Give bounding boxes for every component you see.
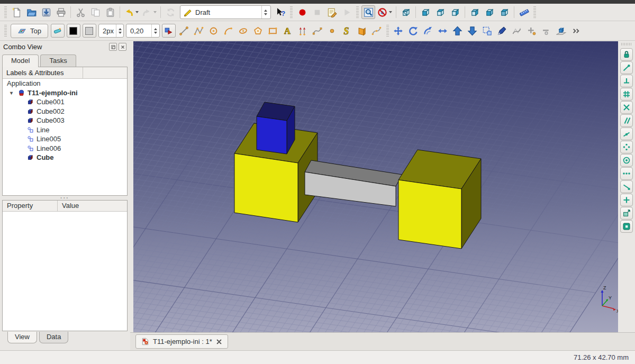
panel-splitter[interactable]: ··· [0, 196, 130, 200]
float-panel-button[interactable] [109, 43, 117, 51]
draft-ellipse-button[interactable] [237, 24, 250, 38]
draft-text-button[interactable] [281, 24, 295, 38]
view-rear-button[interactable] [468, 5, 482, 19]
text-scale-spinbox[interactable]: 0,20 [126, 24, 160, 38]
draft-add-point-button[interactable] [525, 24, 539, 38]
draft-rotate-button[interactable] [406, 24, 420, 38]
workbench-selector[interactable]: Draft [180, 5, 271, 19]
tab-data[interactable]: Data [39, 332, 68, 343]
toolbar-handle[interactable] [356, 6, 359, 18]
tree-item-cube003[interactable]: Cube003 [3, 116, 127, 125]
undo-button[interactable] [123, 5, 140, 19]
toolbar-handle[interactable] [4, 25, 7, 37]
toolbar-handle[interactable] [621, 43, 632, 46]
tree-item-line[interactable]: Line [3, 125, 127, 135]
draft-circle-button[interactable] [207, 24, 221, 38]
snap-endpoint-button[interactable] [620, 61, 633, 74]
draft-upgrade-button[interactable] [451, 24, 465, 38]
view-right-button[interactable] [448, 5, 462, 19]
close-panel-button[interactable] [119, 43, 126, 51]
draft-facebinder-button[interactable] [355, 24, 369, 38]
draft-polygon-button[interactable] [251, 24, 265, 38]
construction-mode-button[interactable] [51, 24, 65, 38]
blue-cube-front-face[interactable] [257, 116, 287, 154]
toggle-grid-button[interactable] [620, 220, 633, 233]
tab-model[interactable]: Model [2, 54, 39, 67]
draft-dimension-button[interactable] [296, 24, 310, 38]
toolbar-handle[interactable] [290, 6, 293, 18]
draft-wire-to-bspline-button[interactable] [510, 24, 524, 38]
draft-scale-button[interactable] [480, 24, 494, 38]
tree-item-line006[interactable]: Line006 [3, 144, 127, 153]
print-button[interactable] [54, 5, 68, 19]
tree-header[interactable]: Labels & Attributes [3, 67, 127, 79]
view-left-button[interactable] [497, 5, 511, 19]
workbench-spinner[interactable] [261, 6, 269, 19]
macro-play-button[interactable] [340, 5, 353, 19]
view-top-button[interactable] [433, 5, 447, 19]
tab-view[interactable]: View [7, 332, 37, 343]
snap-grid-button[interactable] [620, 88, 633, 101]
copy-button[interactable] [88, 5, 102, 19]
record-macro-button[interactable] [295, 5, 309, 19]
tree-item-document[interactable]: ▾ T11-ejemplo-ini [3, 88, 127, 98]
toolbar-handle[interactable] [4, 6, 7, 18]
toolbar-handle[interactable] [386, 25, 389, 37]
snap-extension-button[interactable] [620, 141, 633, 153]
draft-remove-point-button[interactable] [540, 24, 554, 38]
snap-perpendicular-button[interactable] [620, 75, 633, 87]
tree-item-cube[interactable]: Cube [3, 153, 127, 162]
line-color-button[interactable] [67, 24, 80, 38]
draft-edit-button[interactable] [495, 24, 509, 38]
view-axonometric-button[interactable] [399, 5, 413, 19]
left-cube-front-face[interactable] [234, 153, 298, 222]
property-table-header[interactable]: Property Value [3, 201, 127, 212]
view-bottom-button[interactable] [483, 5, 496, 19]
3d-viewport[interactable]: Z Y X [133, 41, 618, 332]
draft-offset-button[interactable] [421, 24, 435, 38]
draft-move-button[interactable] [392, 24, 405, 38]
draft-line-button[interactable] [177, 24, 191, 38]
tree-item-cube001[interactable]: Cube001 [3, 97, 127, 107]
tree-item-application[interactable]: Application [3, 79, 127, 88]
draft-bezier-button[interactable] [370, 24, 384, 38]
draft-to-sketch-button[interactable] [555, 24, 568, 38]
new-file-button[interactable] [10, 5, 23, 19]
document-tab[interactable]: T11-ejemplo-ini : 1* [135, 334, 228, 349]
whats-this-button[interactable] [274, 5, 287, 19]
tree-item-cube002[interactable]: Cube002 [3, 107, 127, 116]
macro-edit-button[interactable] [325, 5, 339, 19]
close-tab-icon[interactable] [216, 339, 222, 345]
toolbar-handle[interactable] [533, 6, 536, 18]
snap-dimensions-button[interactable] [620, 167, 633, 180]
overflow-button[interactable] [569, 24, 583, 38]
draft-rectangle-button[interactable] [266, 24, 280, 38]
refresh-button[interactable] [164, 5, 177, 19]
stop-macro-button[interactable] [310, 5, 324, 19]
snap-special-button[interactable] [620, 194, 633, 206]
snap-near-button[interactable] [620, 180, 633, 193]
view-front-button[interactable] [419, 5, 432, 19]
tab-tasks[interactable]: Tasks [40, 54, 76, 67]
tree-item-line005[interactable]: Line005 [3, 134, 127, 144]
measure-distance-button[interactable] [517, 5, 531, 19]
draft-point-button[interactable] [325, 24, 339, 38]
draft-shapestring-button[interactable] [340, 24, 354, 38]
face-color-button[interactable] [83, 24, 96, 38]
draft-wire-button[interactable] [192, 24, 206, 38]
paste-button[interactable] [103, 5, 117, 19]
save-file-button[interactable] [39, 5, 53, 19]
fit-all-button[interactable] [361, 5, 375, 19]
cut-button[interactable] [74, 5, 87, 19]
expander-icon[interactable]: ▾ [10, 90, 15, 96]
dropdown-arrow-icon[interactable] [135, 11, 139, 13]
line-width-spinbox[interactable]: 2px [98, 24, 124, 38]
draft-bspline-button[interactable] [311, 24, 324, 38]
snap-lock-button[interactable] [620, 48, 633, 61]
snap-center-button[interactable] [620, 154, 633, 167]
redo-button[interactable] [141, 5, 158, 19]
snap-intersection-button[interactable] [620, 101, 633, 114]
draft-downgrade-button[interactable] [466, 24, 479, 38]
draw-style-button[interactable] [376, 5, 393, 19]
right-cube-front-face[interactable] [398, 180, 461, 249]
